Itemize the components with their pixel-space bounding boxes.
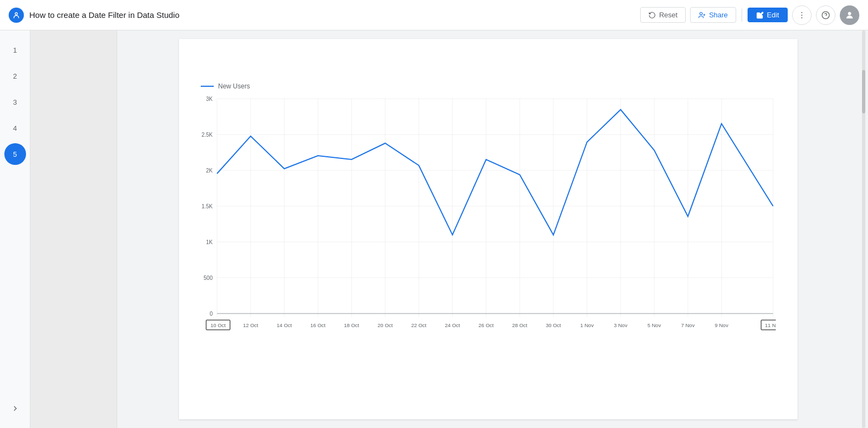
share-divider	[742, 9, 742, 22]
svg-text:2.5K: 2.5K	[201, 132, 213, 138]
svg-text:11 Nov: 11 Nov	[765, 322, 776, 328]
svg-text:1K: 1K	[206, 239, 213, 245]
svg-text:18 Oct: 18 Oct	[344, 322, 359, 328]
svg-text:9 Nov: 9 Nov	[715, 322, 729, 328]
more-options-button[interactable]	[792, 5, 812, 25]
svg-point-1	[16, 12, 17, 14]
svg-point-6	[801, 15, 802, 16]
svg-point-7	[801, 17, 802, 18]
header-actions: Reset Share Edit	[640, 5, 859, 25]
chart-area: New Users 3K 2.5K 2K 1.5K 1K 500 0	[201, 82, 776, 392]
page-3[interactable]: 3	[4, 91, 26, 113]
svg-text:28 Oct: 28 Oct	[512, 322, 527, 328]
pages-sidebar: 1 2 3 4 5	[0, 30, 30, 428]
svg-text:0: 0	[209, 311, 213, 317]
svg-text:5 Nov: 5 Nov	[648, 322, 661, 328]
reset-button[interactable]: Reset	[640, 7, 686, 23]
page-title: How to create a Date Filter in Data Stud…	[29, 10, 640, 20]
report-content: New Users 3K 2.5K 2K 1.5K 1K 500 0	[117, 30, 859, 428]
svg-text:14 Oct: 14 Oct	[277, 322, 292, 328]
chart-svg: 3K 2.5K 2K 1.5K 1K 500 0	[201, 94, 776, 349]
svg-text:16 Oct: 16 Oct	[310, 322, 326, 328]
svg-text:24 Oct: 24 Oct	[445, 322, 460, 328]
page-nav-panel	[30, 30, 117, 428]
app-header: How to create a Date Filter in Data Stud…	[0, 0, 868, 30]
chart-legend: New Users	[201, 82, 776, 90]
reset-label: Reset	[659, 11, 678, 19]
legend-line	[201, 86, 214, 87]
page-4[interactable]: 4	[4, 117, 26, 139]
edit-button[interactable]: Edit	[748, 8, 788, 22]
share-label: Share	[709, 11, 728, 19]
svg-text:26 Oct: 26 Oct	[478, 322, 494, 328]
avatar[interactable]	[840, 5, 859, 25]
svg-text:20 Oct: 20 Oct	[378, 322, 393, 328]
page-5-active[interactable]: 5	[4, 143, 26, 165]
svg-text:12 Oct: 12 Oct	[243, 322, 258, 328]
right-scrollbar[interactable]	[859, 30, 868, 428]
svg-text:10 Oct: 10 Oct	[210, 322, 226, 328]
svg-text:3K: 3K	[206, 96, 213, 102]
app-logo	[9, 8, 24, 23]
svg-text:7 Nov: 7 Nov	[681, 322, 695, 328]
svg-text:3 Nov: 3 Nov	[614, 322, 628, 328]
svg-text:1.5K: 1.5K	[201, 203, 213, 209]
svg-text:500: 500	[203, 275, 213, 281]
svg-point-5	[801, 12, 802, 13]
svg-text:22 Oct: 22 Oct	[411, 322, 426, 328]
svg-text:1 Nov: 1 Nov	[580, 322, 594, 328]
svg-text:30 Oct: 30 Oct	[546, 322, 561, 328]
report-canvas: New Users 3K 2.5K 2K 1.5K 1K 500 0	[179, 39, 797, 419]
main-layout: 1 2 3 4 5 New Users 3K	[0, 30, 868, 428]
page-2[interactable]: 2	[4, 65, 26, 87]
sidebar-collapse-button[interactable]	[4, 398, 26, 419]
edit-label: Edit	[767, 11, 779, 19]
chart-line	[217, 110, 773, 235]
legend-label: New Users	[218, 82, 250, 90]
svg-point-10	[848, 12, 851, 15]
svg-text:2K: 2K	[206, 168, 213, 174]
share-button[interactable]: Share	[690, 7, 736, 23]
help-button[interactable]	[816, 5, 835, 25]
svg-point-2	[700, 12, 703, 15]
page-1[interactable]: 1	[4, 39, 26, 61]
